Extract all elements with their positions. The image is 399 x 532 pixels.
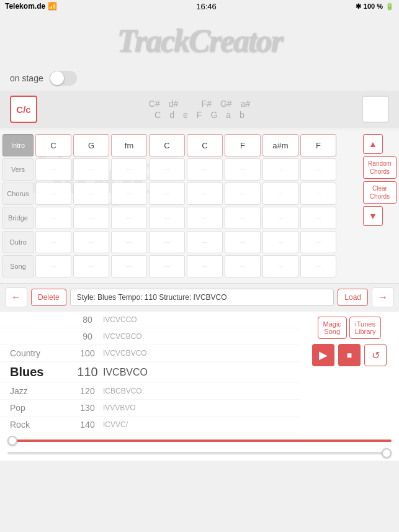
list-item[interactable]: Rock 140 ICVVC/ [0,417,300,433]
chord-cell[interactable]: ··· [262,231,298,253]
chord-cell[interactable]: ··· [73,183,109,205]
style-bar: ← Delete Style: Blues Tempo: 110 Structu… [0,283,399,311]
chord-cell[interactable]: ··· [149,255,185,277]
chord-cell[interactable]: ··· [300,207,336,229]
row-label-intro[interactable]: Intro [2,134,34,156]
chord-cell[interactable]: C [35,134,71,156]
grid-row-outro: Outro ··· ··· ··· ··· ··· ··· ··· ··· [2,231,397,253]
chord-cell[interactable]: ··· [111,183,147,205]
chord-cell[interactable]: ··· [262,158,298,181]
status-right: ✱ 100 % 🔋 [356,2,394,11]
grid-row-bridge: Bridge ··· ··· ··· ··· ··· ··· ··· ··· [2,207,397,229]
chord-cell[interactable]: ··· [225,183,261,205]
chord-cell[interactable]: F [300,134,336,156]
chord-cell[interactable]: ··· [225,231,261,253]
status-time: 16:46 [196,2,217,11]
chord-cell[interactable]: ··· [111,207,147,229]
row-label-song[interactable]: Song [2,255,34,277]
chord-cell[interactable]: ··· [35,207,71,229]
chord-cell[interactable]: ··· [187,183,223,205]
chord-cell[interactable]: C [149,134,185,156]
chord-cell[interactable]: ··· [149,158,185,181]
chord-cell[interactable]: ··· [35,231,71,253]
volume-slider[interactable] [7,452,392,454]
chord-cell[interactable]: ··· [35,183,71,205]
chord-cell[interactable]: ··· [149,207,185,229]
chord-cell[interactable]: ··· [35,255,71,277]
app-title: TrackCreator [117,22,282,59]
key-selector: C/c C# d# -- F# G# a# C d e F G a b [0,91,399,128]
list-item[interactable]: Pop 130 IVVVBVO [0,400,300,417]
chord-cell[interactable]: ··· [73,255,109,277]
chord-cell[interactable]: ··· [111,158,147,181]
on-stage-toggle[interactable] [50,71,77,86]
chord-cell[interactable]: ··· [35,158,71,181]
chord-cell[interactable]: C [187,134,223,156]
chord-cell[interactable]: ··· [300,183,336,205]
key-placeholder [362,96,389,123]
row-label-bridge[interactable]: Bridge [2,207,34,229]
chord-cell[interactable]: G [73,134,109,156]
next-style-button[interactable]: → [372,287,394,307]
song-area: 80 IVCVCCO 90 IVCVCBCO Country 100 IVCVC… [0,311,399,433]
grid-row-intro: Intro C G fm C C F a#m F [2,134,397,156]
chord-cell[interactable]: fm [111,134,147,156]
status-left: Telekom.de 📶 [5,2,57,11]
grid-row-song: Song ··· ··· ··· ··· ··· ··· ··· ··· [2,255,397,277]
chord-cell[interactable]: ··· [149,231,185,253]
chord-cell[interactable]: a#m [262,134,298,156]
chord-cell[interactable]: ··· [262,183,298,205]
stop-button[interactable]: ■ [338,344,361,366]
chord-cell[interactable]: ··· [262,207,298,229]
magic-song-button[interactable]: MagicSong [318,317,347,339]
on-stage-label: on stage [10,73,43,83]
list-item-selected[interactable]: Blues 110 IVCBVCO [0,362,300,383]
chord-cell[interactable]: ··· [225,207,261,229]
repeat-button[interactable]: ↺ [364,344,387,366]
tempo-slider[interactable] [7,440,392,442]
chord-cell[interactable]: ··· [300,255,336,277]
chord-cell[interactable]: ··· [187,207,223,229]
list-item[interactable]: 90 IVCVCBCO [0,328,300,345]
tempo-slider-area [0,433,399,448]
chord-cell[interactable]: ··· [225,255,261,277]
on-stage-row: on stage [0,68,399,91]
key-button[interactable]: C/c [10,96,37,123]
tempo-knob[interactable] [7,436,17,446]
chord-cell[interactable]: ··· [300,231,336,253]
chord-cell[interactable]: ··· [73,207,109,229]
list-item[interactable]: Country 100 IVCVCBVCO [0,345,300,362]
carrier-label: Telekom.de [5,2,45,11]
title-area: TrackCreator [0,12,399,68]
battery-label: 100 % [364,2,383,10]
sharp-notes: C# d# -- F# G# a# [149,99,250,109]
list-item[interactable]: 80 IVCVCCO [0,312,300,328]
chord-cell[interactable]: ··· [149,183,185,205]
bluetooth-icon: ✱ [356,2,361,11]
list-item[interactable]: Jazz 120 ICBCBVCO [0,383,300,400]
transport-buttons: ▶ ■ ↺ [312,344,387,366]
itunes-library-button[interactable]: iTunesLibrary [349,317,382,339]
volume-knob[interactable] [382,448,392,458]
row-label-chorus[interactable]: Chorus [2,183,34,205]
chord-cell[interactable]: ··· [300,158,336,181]
chord-cell[interactable]: ··· [111,231,147,253]
chord-cell[interactable]: ··· [73,231,109,253]
chord-cell[interactable]: ··· [262,255,298,277]
chord-cell[interactable]: F [225,134,261,156]
chord-cell[interactable]: ··· [73,158,109,181]
battery-icon: 🔋 [385,2,394,11]
prev-style-button[interactable]: ← [5,287,27,307]
song-list: 80 IVCVCCO 90 IVCVCBCO Country 100 IVCVC… [0,312,300,433]
chord-cell[interactable]: ··· [225,158,261,181]
chord-cell[interactable]: ··· [111,255,147,277]
play-button[interactable]: ▶ [312,344,334,366]
chord-cell[interactable]: ··· [187,158,223,181]
playback-controls: MagicSong iTunesLibrary ▶ ■ ↺ [300,312,399,433]
row-label-vers[interactable]: Vers [2,158,34,181]
delete-button[interactable]: Delete [31,289,66,306]
row-label-outro[interactable]: Outro [2,231,34,253]
load-button[interactable]: Load [338,289,368,306]
chord-cell[interactable]: ··· [187,231,223,253]
chord-cell[interactable]: ··· [187,255,223,277]
